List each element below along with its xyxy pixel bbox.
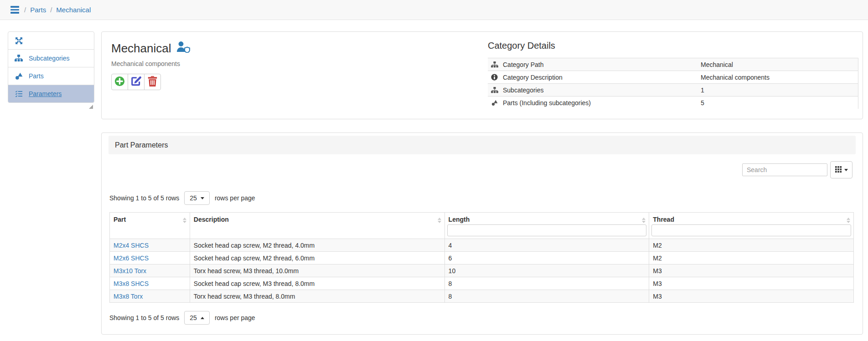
edit-pencil-icon [131,76,141,88]
category-details-title: Category Details [488,41,858,51]
rows-per-page-label: rows per page [215,194,255,202]
parts-shapes-icon [491,99,498,107]
thread-cell: M3 [649,265,853,277]
pagination-info: Showing 1 to 5 of 5 rows [109,314,179,321]
table-row: M2x4 SHCS Socket head cap screw, M2 thre… [110,239,853,251]
column-label: Thread [653,216,674,223]
length-cell: 8 [444,277,649,290]
detail-value: Mechanical [701,61,733,68]
delete-button[interactable] [144,74,161,90]
sidebar-item-label: Subcategories [29,55,70,62]
parts-shapes-icon [15,72,23,80]
table-header-row: Part Description Length Thread [110,213,853,239]
breadcrumb-link-parts[interactable]: Parts [30,6,46,14]
pagination-info: Showing 1 to 5 of 5 rows [109,194,179,202]
detail-label: Subcategories [503,87,544,94]
detail-label: Category Path [503,61,544,68]
part-link[interactable]: M2x4 SHCS [114,242,149,249]
length-cell: 10 [444,265,649,277]
part-link[interactable]: M3x8 Torx [114,293,143,300]
parameters-list-icon [15,90,23,98]
plus-circle-icon [114,76,125,88]
detail-row-category-description: Category Description Mechanical componen… [488,71,858,83]
pagination-bottom: Showing 1 to 5 of 5 rows 25 rows per pag… [109,311,255,325]
part-link[interactable]: M3x8 SHCS [114,280,149,287]
description-cell: Socket head cap screw, M2 thread, 6.0mm [190,252,444,264]
panel-heading: Part Parameters [108,136,856,154]
pagination-top: Showing 1 to 5 of 5 rows 25 rows per pag… [109,191,255,205]
edit-button[interactable] [128,74,145,90]
detail-value: Mechanical components [701,74,770,81]
description-cell: Socket head cap screw, M2 thread, 4.0mm [190,239,444,251]
table-row: M3x10 Torx Torx head screw, M3 thread, 1… [110,264,853,277]
description-cell: Torx head screw, M3 thread, 8.0mm [190,290,444,302]
detail-label: Category Description [503,74,563,81]
expand-arrows-icon [15,36,23,45]
parameters-table: Part Description Length Thread M2x4 SHC [109,212,854,303]
sidebar-item-parts[interactable]: Parts [8,67,94,85]
sidebar-item-subcategories[interactable]: Subcategories [8,49,94,67]
detail-row-parts-count: Parts (Including subcategories) 5 [488,96,858,109]
table-row: M3x8 Torx Torx head screw, M3 thread, 8.… [110,290,853,302]
length-cell: 4 [444,239,649,251]
grid-columns-icon [835,166,842,174]
table-toolbar [742,161,852,178]
thread-filter-input[interactable] [651,224,851,236]
category-details: Category Details Category Path Mechanica… [488,41,858,109]
page-size-value: 25 [190,314,197,321]
page-size-button[interactable]: 25 [184,191,210,205]
info-circle-icon [491,73,498,81]
thread-cell: M2 [649,239,853,251]
sidebar-item-label: Parts [29,72,44,80]
part-link[interactable]: M3x10 Torx [114,267,146,275]
user-shield-icon [176,41,190,56]
search-input[interactable] [742,163,827,176]
part-parameters-panel: Part Parameters Showing 1 to 5 of 5 rows… [101,132,863,335]
breadcrumb-link-mechanical[interactable]: Mechanical [56,6,91,14]
thread-cell: M3 [649,290,853,302]
column-header-part[interactable]: Part [110,213,190,239]
category-summary-panel: Mechanical Mechanical components [101,31,863,119]
sidebar: Subcategories Parts Parameters [8,31,94,109]
category-details-table: Category Path Mechanical Category Descri… [488,58,858,109]
table-body: M2x4 SHCS Socket head cap screw, M2 thre… [110,239,853,302]
breadcrumb-bar: / Parts / Mechanical [0,0,868,20]
columns-button[interactable] [830,161,852,178]
sort-icon [847,218,850,223]
caret-up-icon [201,317,204,319]
part-link[interactable]: M2x6 SHCS [114,254,149,262]
page-size-button[interactable]: 25 [184,311,210,325]
length-filter-input[interactable] [447,224,647,236]
sidebar-item-expand[interactable] [8,31,94,50]
thread-cell: M2 [649,252,853,264]
page-size-value: 25 [190,194,197,202]
add-button[interactable] [111,74,128,90]
column-header-description[interactable]: Description [190,213,444,239]
table-row: M2x6 SHCS Socket head cap screw, M2 thre… [110,251,853,264]
sitemap-icon [15,54,23,62]
column-label: Part [114,216,126,223]
column-header-thread[interactable]: Thread [649,213,853,239]
description-cell: Torx head screw, M3 thread, 10.0mm [190,265,444,277]
column-label: Description [194,216,229,223]
sort-icon [183,218,186,223]
sidebar-resize-handle[interactable] [89,105,93,109]
caret-down-icon [201,197,204,199]
length-cell: 6 [444,252,649,264]
column-header-length[interactable]: Length [444,213,649,239]
sort-icon [642,218,646,223]
detail-value: 1 [701,87,704,94]
description-cell: Socket head cap screw, M3 thread, 8.0mm [190,277,444,290]
column-label: Length [449,216,470,223]
detail-label: Parts (Including subcategories) [503,99,591,107]
caret-down-icon [844,169,848,171]
detail-row-category-path: Category Path Mechanical [488,58,858,71]
hamburger-menu-icon[interactable] [10,5,20,15]
detail-value: 5 [701,99,704,107]
breadcrumb-separator: / [50,6,52,14]
trash-icon [148,76,157,88]
category-description: Mechanical components [111,60,190,67]
length-cell: 8 [444,290,649,302]
table-row: M3x8 SHCS Socket head cap screw, M3 thre… [110,277,853,290]
sidebar-item-parameters[interactable]: Parameters [8,85,94,103]
